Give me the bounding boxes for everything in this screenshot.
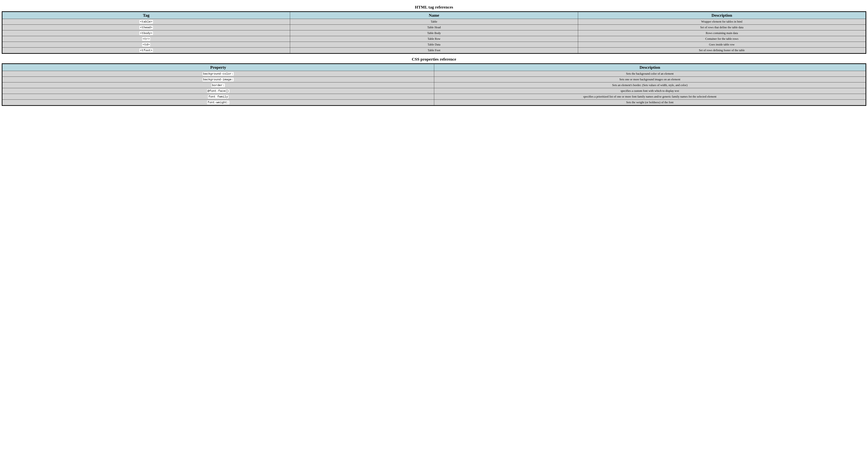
table-header-row: Property Description [2,64,866,71]
cell-tag: <table> [2,19,290,25]
cell-desc: Sets the background color of an element [434,71,866,77]
cell-desc: Set of rows defining footer of the table [578,48,866,54]
col-header-description: Description [578,12,866,19]
cell-desc: Wrapper element for tables in html [578,19,866,25]
code-text: font-weight: [207,101,229,104]
cell-desc: Set of rows that define the table data [578,25,866,30]
col-header-property: Property [2,64,434,71]
cell-name: Table Foot [290,48,578,54]
cell-tag: <td> [2,42,290,48]
html-tags-table: Tag Name Description <table> Table Wrapp… [2,11,866,54]
cell-name: Table Data [290,42,578,48]
col-header-tag: Tag [2,12,290,19]
cell-tag: <thead> [2,25,290,30]
table-row: <table> Table Wrapper element for tables… [2,19,866,25]
cell-name: Table [290,19,578,25]
cell-desc: Container for the table rows [578,36,866,42]
code-text: font family [208,95,228,99]
code-text: <td> [142,43,150,46]
cell-desc: specifies a prioritized list of one or m… [434,94,866,100]
cell-tag: <tbody> [2,30,290,36]
code-text: <tfoot> [140,49,153,52]
cell-desc: Sets an element's border. (Sets values o… [434,83,866,88]
cell-prop: @font-face{} [2,88,434,94]
table-row: <thead> Table Head Set of rows that defi… [2,25,866,30]
table-row: background-color: Sets the background co… [2,71,866,77]
code-text: background-color: [203,72,234,76]
code-text: <tbody> [140,31,153,35]
cell-prop: background-image: [2,77,434,83]
cell-prop: background-color: [2,71,434,77]
table-header-row: Tag Name Description [2,12,866,19]
cell-name: Table Row [290,36,578,42]
code-text: background-image: [203,78,234,82]
cell-prop: border: [2,83,434,88]
css-props-table: Property Description background-color: S… [2,63,866,106]
col-header-description: Description [434,64,866,71]
table-row: font-weight: Sets the weight (or boldnes… [2,100,866,106]
code-text: <tr> [142,37,150,41]
table-row: <tr> Table Row Container for the table r… [2,36,866,42]
cell-desc: Sets one or more background images on an… [434,77,866,83]
css-props-caption: CSS properties reference [2,57,866,62]
code-text: <thead> [140,26,153,29]
table-row: <tbody> Table Body Rows containing main … [2,30,866,36]
table-row: font family specifies a prioritized list… [2,94,866,100]
col-header-name: Name [290,12,578,19]
cell-prop: font family [2,94,434,100]
table-row: <tfoot> Table Foot Set of rows defining … [2,48,866,54]
cell-name: Table Body [290,30,578,36]
cell-desc: specifies a custom font with which to di… [434,88,866,94]
cell-tag: <tfoot> [2,48,290,54]
cell-tag: <tr> [2,36,290,42]
code-text: border: [212,84,225,87]
cell-prop: font-weight: [2,100,434,106]
table-row: <td> Table Data Goes inside table row [2,42,866,48]
cell-name: Table Head [290,25,578,30]
cell-desc: Sets the weight (or boldness) of the fon… [434,100,866,106]
cell-desc: Rows containing main data [578,30,866,36]
code-text: <table> [140,20,153,24]
table-row: border: Sets an element's border. (Sets … [2,83,866,88]
code-text: @font-face{} [207,89,229,93]
cell-desc: Goes inside table row [578,42,866,48]
html-tags-caption: HTML tag references [2,5,866,9]
table-row: background-image: Sets one or more backg… [2,77,866,83]
table-row: @font-face{} specifies a custom font wit… [2,88,866,94]
